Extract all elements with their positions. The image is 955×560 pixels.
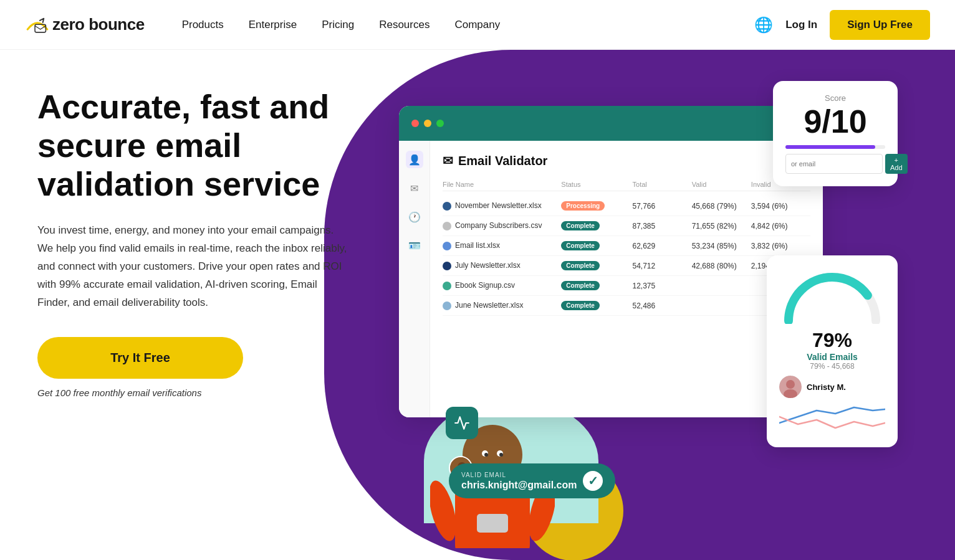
email-validator-icon: ✉: [443, 153, 453, 168]
window-dot-green: [436, 120, 444, 127]
nav-right: 🌐 Log In Sign Up Free: [754, 10, 930, 40]
hero-title: Accurate, fast and secure email validati…: [37, 87, 362, 203]
christy-name: Christy M.: [807, 382, 846, 392]
hero-left: Accurate, fast and secure email validati…: [0, 50, 362, 560]
score-value: 9/10: [785, 105, 885, 138]
score-card: Score 9/10 + Add: [773, 81, 898, 186]
score-add-button[interactable]: + Add: [885, 154, 908, 174]
dashboard-fab-button[interactable]: [446, 407, 478, 439]
nav-resources[interactable]: Resources: [379, 19, 430, 31]
svg-point-13: [499, 453, 503, 457]
score-label: Score: [785, 93, 885, 103]
valid-email-toast: VALID EMAIL chris.knight@gmail.com ✓: [449, 463, 615, 498]
nav-enterprise[interactable]: Enterprise: [249, 19, 297, 31]
window-dot-yellow: [424, 120, 431, 127]
toast-email: chris.knight@gmail.com: [461, 480, 577, 491]
email-validator-title: ✉ Email Validator: [443, 153, 810, 168]
logo-text: zero bounce: [52, 15, 145, 34]
table-row: Email list.xlsx Complete 62,629 53,234 (…: [443, 236, 810, 256]
sidebar-icon-mail[interactable]: ✉: [406, 179, 423, 197]
christy-row: Christy M.: [779, 376, 885, 398]
score-bar-fill: [785, 145, 875, 149]
gauge-card: 79% Valid Emails 79% - 45,668 Christy M.: [767, 255, 898, 447]
nav-links: Products Enterprise Pricing Resources Co…: [182, 19, 755, 31]
sidebar-icon-clock[interactable]: 🕐: [406, 208, 423, 225]
nav-products[interactable]: Products: [182, 19, 224, 31]
gauge-svg: [779, 268, 885, 324]
hero-description: You invest time, energy, and money into …: [37, 222, 349, 311]
table-header: File Name Status Total Valid Invalid: [443, 178, 810, 191]
dashboard-header: [399, 106, 823, 141]
table-row: Ebook Signup.csv Complete 12,375: [443, 276, 810, 296]
window-dot-red: [411, 120, 419, 127]
christy-avatar: [779, 376, 802, 398]
navbar: zero bounce Products Enterprise Pricing …: [0, 0, 955, 50]
login-button[interactable]: Log In: [785, 19, 817, 31]
logo[interactable]: zero bounce: [25, 15, 145, 34]
table-row: June Newsletter.xlsx Complete 52,486: [443, 296, 810, 316]
free-note: Get 100 free monthly email verifications: [37, 387, 362, 398]
score-input-row: + Add: [785, 154, 885, 174]
svg-point-2: [786, 380, 795, 389]
gauge-title: Valid Emails: [779, 352, 885, 362]
dashboard-content: ✉ Email Validator File Name Status Total…: [430, 141, 823, 417]
dashboard-sidebar: 👤 ✉ 🕐 🪪: [399, 141, 430, 417]
table-row: November Newsletter.xlsx Processing 57,7…: [443, 196, 810, 216]
svg-point-12: [484, 453, 488, 457]
line-chart: [779, 398, 885, 432]
toast-label: VALID EMAIL: [461, 472, 577, 478]
activity-icon: [454, 415, 470, 431]
svg-rect-9: [477, 514, 508, 533]
dashboard-card: 👤 ✉ 🕐 🪪 ✉ Email Validator File Name Stat…: [399, 106, 823, 417]
sidebar-icon-users[interactable]: 👤: [406, 151, 423, 168]
hero-section: Accurate, fast and secure email validati…: [0, 50, 955, 560]
mockup-container: Score 9/10 + Add 👤 ✉ 🕐 🪪: [349, 69, 910, 560]
signup-button[interactable]: Sign Up Free: [830, 10, 930, 40]
score-email-input[interactable]: [785, 154, 883, 174]
score-bar-bg: [785, 145, 885, 149]
sidebar-icon-card[interactable]: 🪪: [406, 237, 423, 254]
globe-icon[interactable]: 🌐: [754, 16, 773, 34]
nav-pricing[interactable]: Pricing: [322, 19, 354, 31]
table-row: Company Subscribers.csv Complete 87,385 …: [443, 216, 810, 236]
nav-company[interactable]: Company: [454, 19, 500, 31]
gauge-subtitle: 79% - 45,668: [779, 362, 885, 371]
table-row: July Newsletter.xlsx Complete 54,712 42,…: [443, 256, 810, 276]
toast-check-icon: ✓: [583, 471, 603, 491]
try-free-button[interactable]: Try It Free: [37, 337, 243, 379]
gauge-percentage: 79%: [779, 329, 885, 352]
